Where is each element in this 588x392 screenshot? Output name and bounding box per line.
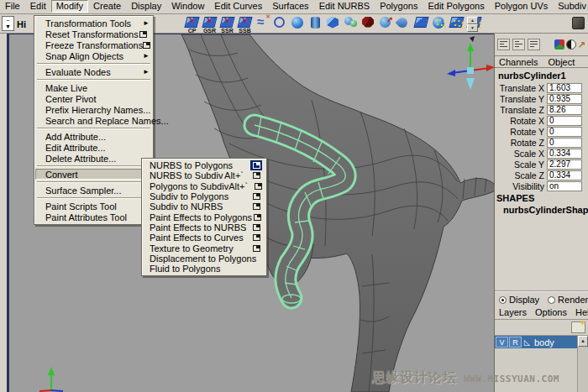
menubar-item-edit-curves[interactable]: Edit Curves xyxy=(209,0,267,13)
option-box-icon[interactable] xyxy=(250,191,262,201)
scroll-up-icon[interactable]: ▲ xyxy=(578,336,588,347)
radio-display[interactable]: Display xyxy=(499,295,539,305)
menubar-item-window[interactable]: Window xyxy=(166,0,209,13)
convert-submenu-item-subdiv-to-polygons[interactable]: Subdiv to Polygons xyxy=(143,191,265,201)
modify-menu-item-paint-scripts-tool[interactable]: Paint Scripts Tool xyxy=(35,201,152,212)
panel-layout-icon-1[interactable] xyxy=(497,39,510,50)
new-layer-icon[interactable] xyxy=(571,321,585,333)
make-circle-icon[interactable] xyxy=(272,16,288,33)
convert-submenu-item-polygons-to-subdiv[interactable]: Polygons to SubdivAlt+` xyxy=(143,181,265,191)
menubar-item-modify[interactable]: Modify xyxy=(51,0,88,13)
status-line-end-icon[interactable] xyxy=(572,17,585,29)
low-poly-icon[interactable] xyxy=(360,16,376,33)
menu-set-dropdown[interactable]: –▼ xyxy=(2,16,14,31)
channel-box-tab-channels[interactable]: Channels xyxy=(499,57,538,66)
gsr-icon[interactable]: GSR xyxy=(202,16,218,33)
channel-value-field[interactable]: on xyxy=(547,181,582,191)
convert-submenu-item-fluid-to-polygons[interactable]: Fluid to Polygons xyxy=(143,264,265,274)
option-box-icon[interactable] xyxy=(250,201,262,212)
sphere-group-icon[interactable] xyxy=(343,16,359,33)
poly-sphere-icon[interactable] xyxy=(431,16,447,33)
spinner-down-icon[interactable]: ▼ xyxy=(467,24,478,32)
convert-submenu-item-paint-effects-to-polygons[interactable]: Paint Effects to Polygons xyxy=(143,212,265,222)
modify-menu-item-delete-attribute[interactable]: Delete Attribute... xyxy=(35,153,152,164)
option-box-icon[interactable] xyxy=(250,233,262,243)
move-manipulator-gizmo[interactable] xyxy=(447,36,494,90)
snap-curve-icon[interactable] xyxy=(255,16,270,33)
menubar-item-display[interactable]: Display xyxy=(126,0,166,13)
channel-value-field[interactable]: 0.334 xyxy=(547,170,582,180)
option-box-icon[interactable] xyxy=(250,170,262,180)
layer-menu-help[interactable]: Help xyxy=(575,307,588,317)
channel-value-field[interactable]: 0.334 xyxy=(547,149,582,159)
panel-layout-icon-2[interactable] xyxy=(512,39,525,50)
menubar-item-create[interactable]: Create xyxy=(88,0,126,13)
modify-menu-item-freeze-transformations[interactable]: Freeze Transformations xyxy=(35,39,152,50)
layer-render-toggle[interactable]: R xyxy=(509,337,522,348)
channel-value-field[interactable]: 0 xyxy=(547,116,582,126)
channel-value-field[interactable]: 1.603 xyxy=(547,83,582,93)
modify-menu-item-transformation-tools[interactable]: Transformation Tools► xyxy=(35,18,152,29)
layer-menu-layers[interactable]: Layers xyxy=(499,307,527,317)
menubar-item-subdiv-surfaces[interactable]: Subdiv Surfaces xyxy=(553,0,588,13)
menubar-item-edit[interactable]: Edit xyxy=(25,0,51,13)
channel-value-field[interactable]: 0 xyxy=(547,138,582,148)
panel-layout-icon-3[interactable] xyxy=(528,39,540,50)
half-circle-icon[interactable] xyxy=(566,39,576,50)
menu-set-selector[interactable]: –▼ Hi xyxy=(2,16,26,31)
modify-menu-item-edit-attribute[interactable]: Edit Attribute... xyxy=(35,142,152,153)
cube-icon[interactable] xyxy=(325,16,341,33)
modify-menu-item-center-pivot[interactable]: Center Pivot xyxy=(35,93,152,104)
option-box-icon[interactable] xyxy=(250,222,262,233)
menubar-item-edit-nurbs[interactable]: Edit NURBS xyxy=(314,0,375,13)
modify-menu-item-add-attribute[interactable]: Add Attribute... xyxy=(35,131,152,142)
modify-menu-item-search-and-replace-names[interactable]: Search and Replace Names... xyxy=(35,115,152,126)
channel-value-field[interactable]: 0 xyxy=(547,127,582,137)
convert-submenu-item-subdiv-to-nurbs[interactable]: Subdiv to NURBS xyxy=(143,201,265,212)
modify-menu-item-paint-attributes-tool[interactable]: Paint Attributes Tool xyxy=(35,212,152,222)
poly-plane-a-icon[interactable] xyxy=(449,16,465,33)
convert-submenu-item-nurbs-to-polygons[interactable]: NURBS to Polygons xyxy=(143,160,265,170)
menubar-item-surfaces[interactable]: Surfaces xyxy=(267,0,313,13)
channel-box-shape-node[interactable]: nurbsCylinderShape1 xyxy=(495,205,588,216)
color-feedback-icon[interactable] xyxy=(554,39,564,50)
modify-menu-item-surface-sampler[interactable]: Surface Sampler... xyxy=(35,185,152,196)
convert-submenu-item-texture-to-geometry[interactable]: Texture to Geometry xyxy=(143,243,265,253)
modify-menu-item-convert[interactable]: Convert► xyxy=(35,169,152,180)
sphere-icon[interactable] xyxy=(290,16,306,33)
menubar-item-edit-polygons[interactable]: Edit Polygons xyxy=(423,0,489,13)
convert-submenu-item-paint-effects-to-nurbs[interactable]: Paint Effects to NURBS xyxy=(143,222,265,233)
channel-value-field[interactable]: 8.26 xyxy=(547,105,582,115)
modify-menu-item-reset-transformations[interactable]: Reset Transformations xyxy=(35,29,152,39)
option-box-icon[interactable] xyxy=(143,40,150,50)
option-box-icon[interactable] xyxy=(255,181,262,191)
convert-submenu-item-displacement-to-polygons[interactable]: Displacement to Polygons xyxy=(143,253,265,264)
channel-value-field[interactable]: 0.935 xyxy=(547,94,582,104)
layer-visible-toggle[interactable]: V xyxy=(496,337,508,348)
modify-menu-item-evaluate-nodes[interactable]: Evaluate Nodes► xyxy=(35,66,152,77)
convert-submenu-item-nurbs-to-subdiv[interactable]: NURBS to SubdivAlt+` xyxy=(143,170,265,180)
layer-list-scrollbar[interactable]: ▲ xyxy=(577,336,588,392)
cylinder-icon[interactable] xyxy=(307,16,323,33)
layer-menu-options[interactable]: Options xyxy=(535,307,567,317)
radio-render[interactable]: Render xyxy=(548,295,588,305)
modify-menu-item-make-live[interactable]: Make Live xyxy=(35,82,152,93)
cp-icon[interactable]: CP xyxy=(184,16,200,33)
ssb-icon[interactable]: SSB xyxy=(237,16,253,33)
channel-value-field[interactable]: 2.297 xyxy=(547,159,582,170)
layer-row-body[interactable]: VR◺body xyxy=(495,336,577,348)
channel-box-tab-object[interactable]: Object xyxy=(548,57,575,66)
menubar-item-polygons[interactable]: Polygons xyxy=(375,0,423,13)
arrow-ne-icon[interactable]: ↗ xyxy=(578,39,585,50)
plane-icon[interactable] xyxy=(413,16,429,33)
ssr-icon[interactable]: SSR xyxy=(219,16,235,33)
option-box-icon[interactable] xyxy=(252,212,262,222)
option-box-icon[interactable] xyxy=(139,29,149,39)
menubar-item-polygon-uvs[interactable]: Polygon UVs xyxy=(490,0,554,13)
paint-tool-icon[interactable] xyxy=(396,16,412,33)
modify-menu-item-snap-align-objects[interactable]: Snap Align Objects► xyxy=(35,50,152,61)
smooth-shade-icon[interactable] xyxy=(378,16,394,33)
modify-menu-item-prefix-hierarchy-names[interactable]: Prefix Hierarchy Names... xyxy=(35,104,152,115)
option-box-icon[interactable] xyxy=(250,243,262,253)
spinner-up-icon[interactable]: ▲ xyxy=(467,17,478,24)
